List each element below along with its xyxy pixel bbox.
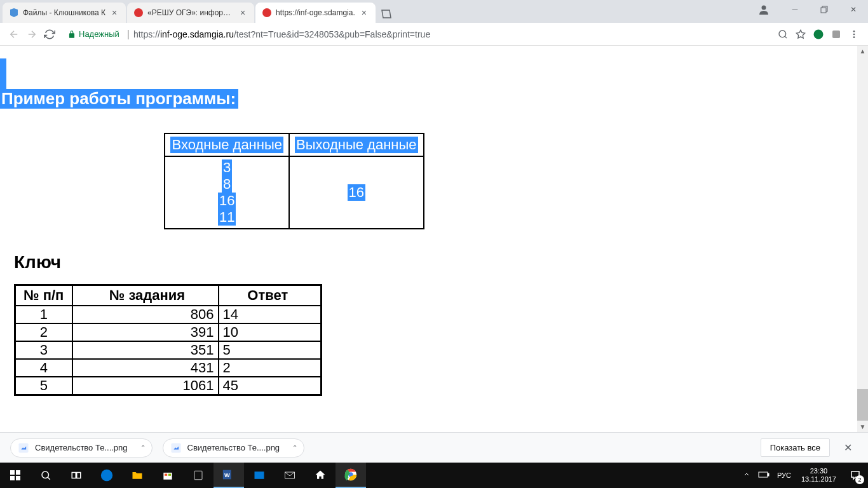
svg-rect-23 bbox=[165, 474, 167, 476]
task-view-button[interactable] bbox=[61, 463, 92, 488]
svg-rect-8 bbox=[832, 30, 840, 38]
table-row: 2 391 10 bbox=[15, 323, 322, 341]
svg-marker-6 bbox=[796, 30, 804, 38]
scrollbar-track[interactable] bbox=[857, 46, 868, 432]
svg-point-18 bbox=[42, 471, 49, 478]
maximize-button[interactable] bbox=[810, 0, 839, 19]
url-bar[interactable]: Надежный | https://inf-oge.sdamgia.ru/te… bbox=[64, 25, 769, 43]
svg-point-1 bbox=[262, 8, 271, 17]
tab-close-button[interactable]: × bbox=[359, 8, 369, 18]
scrollbar-thumb[interactable] bbox=[857, 389, 868, 421]
svg-point-10 bbox=[853, 33, 855, 35]
example-input-cell: 3 8 16 11 bbox=[165, 156, 289, 229]
menu-button[interactable] bbox=[845, 25, 863, 43]
svg-point-9 bbox=[853, 30, 855, 32]
svg-rect-4 bbox=[821, 8, 826, 13]
favicon-icon bbox=[133, 8, 144, 18]
page-viewport: Пример работы программы: Входные данные … bbox=[0, 46, 868, 432]
svg-text:W: W bbox=[224, 472, 230, 478]
extension-icon[interactable] bbox=[810, 25, 827, 43]
image-file-icon bbox=[170, 442, 182, 454]
word-taskbar-icon[interactable]: W bbox=[214, 463, 244, 488]
svg-point-0 bbox=[134, 8, 143, 17]
home-taskbar-icon[interactable] bbox=[305, 463, 336, 488]
app-taskbar-icon[interactable] bbox=[244, 463, 275, 488]
download-filename: Свидетельство Те....png bbox=[187, 443, 280, 452]
chevron-up-icon[interactable]: ⌃ bbox=[140, 444, 146, 451]
show-all-downloads-button[interactable]: Показать все bbox=[761, 438, 830, 457]
close-window-button[interactable]: ✕ bbox=[839, 0, 868, 19]
col-header-task: № задания bbox=[72, 285, 219, 306]
key-heading: Ключ bbox=[14, 252, 868, 273]
forward-button[interactable] bbox=[23, 25, 41, 43]
url-actions bbox=[774, 25, 863, 43]
svg-rect-15 bbox=[16, 470, 20, 475]
secure-badge[interactable]: Надежный bbox=[67, 29, 119, 39]
scroll-up-button[interactable]: ▲ bbox=[857, 46, 868, 57]
example-table: Входные данные Выходные данные 3 8 16 11… bbox=[164, 133, 424, 229]
reload-button[interactable] bbox=[41, 25, 58, 43]
app-taskbar-icon[interactable] bbox=[183, 463, 214, 488]
table-row: 5 1061 45 bbox=[15, 377, 322, 395]
example-header-output: Выходные данные bbox=[289, 133, 424, 156]
favicon-icon bbox=[262, 8, 272, 18]
tab-close-button[interactable]: × bbox=[109, 8, 119, 18]
download-item[interactable]: Свидетельство Те....png ⌃ bbox=[163, 438, 305, 458]
svg-rect-14 bbox=[10, 470, 15, 475]
tab-title: https://inf-oge.sdamgia. bbox=[276, 8, 355, 17]
table-row: 3 351 5 bbox=[15, 341, 322, 359]
svg-rect-20 bbox=[77, 473, 81, 478]
browser-tab-3[interactable]: https://inf-oge.sdamgia. × bbox=[255, 3, 376, 23]
lock-icon bbox=[67, 30, 76, 39]
windows-taskbar: W РУС 23:30 13.11.2017 2 bbox=[0, 463, 868, 488]
window-controls: ─ ✕ bbox=[754, 0, 868, 19]
close-downloads-shelf-button[interactable]: ✕ bbox=[837, 438, 858, 458]
download-item[interactable]: Свидетельство Те....png ⌃ bbox=[10, 438, 153, 458]
svg-rect-16 bbox=[10, 476, 15, 480]
svg-rect-32 bbox=[768, 473, 769, 476]
mail-taskbar-icon[interactable] bbox=[275, 463, 305, 488]
star-bookmark-icon[interactable] bbox=[792, 25, 810, 43]
browser-tab-1[interactable]: Файлы - Клюшникова К × bbox=[3, 3, 126, 23]
example-header-input: Входные данные bbox=[165, 133, 289, 156]
notifications-button[interactable]: 2 bbox=[843, 463, 868, 488]
table-header-row: № п/п № задания Ответ bbox=[15, 285, 322, 306]
back-button[interactable] bbox=[5, 25, 23, 43]
url-text: https://inf-oge.sdamgia.ru/test?nt=True&… bbox=[133, 29, 430, 39]
tab-title: Файлы - Клюшникова К bbox=[23, 8, 105, 17]
download-filename: Свидетельство Те....png bbox=[35, 443, 128, 452]
image-file-icon bbox=[17, 442, 30, 454]
svg-rect-19 bbox=[72, 473, 76, 478]
start-button[interactable] bbox=[0, 463, 31, 488]
scroll-down-button[interactable]: ▼ bbox=[857, 421, 868, 432]
tab-close-button[interactable]: × bbox=[238, 8, 248, 18]
file-explorer-taskbar-icon[interactable] bbox=[122, 463, 153, 488]
svg-rect-28 bbox=[255, 471, 264, 479]
svg-point-5 bbox=[779, 30, 786, 37]
language-indicator[interactable]: РУС bbox=[773, 471, 795, 479]
chrome-taskbar-icon[interactable] bbox=[336, 463, 366, 488]
store-taskbar-icon[interactable] bbox=[153, 463, 183, 488]
edge-taskbar-icon[interactable] bbox=[92, 463, 122, 488]
key-table: № п/п № задания Ответ 1 806 14 2 391 10 … bbox=[14, 284, 322, 396]
secure-label: Надежный bbox=[79, 29, 119, 39]
search-button[interactable] bbox=[31, 463, 61, 488]
browser-tab-2[interactable]: «РЕШУ ОГЭ»: информат × bbox=[127, 3, 254, 23]
battery-icon[interactable] bbox=[754, 471, 773, 480]
example-heading: Пример работы программы: bbox=[0, 89, 238, 109]
extension-icon-2[interactable] bbox=[827, 25, 845, 43]
chevron-up-icon[interactable]: ⌃ bbox=[292, 444, 297, 451]
tray-chevron-icon[interactable] bbox=[739, 471, 754, 480]
zoom-icon[interactable] bbox=[774, 25, 792, 43]
svg-point-21 bbox=[101, 470, 112, 481]
new-tab-button[interactable] bbox=[377, 5, 395, 23]
svg-rect-25 bbox=[194, 471, 202, 480]
svg-point-7 bbox=[814, 29, 824, 39]
profile-avatar-icon[interactable] bbox=[754, 0, 774, 20]
svg-rect-17 bbox=[16, 476, 20, 480]
tab-title: «РЕШУ ОГЭ»: информат bbox=[147, 8, 234, 17]
browser-tabs-bar: Файлы - Клюшникова К × «РЕШУ ОГЭ»: инфор… bbox=[0, 0, 868, 23]
date-text: 13.11.2017 bbox=[801, 475, 836, 484]
clock[interactable]: 23:30 13.11.2017 bbox=[795, 467, 843, 484]
minimize-button[interactable]: ─ bbox=[780, 0, 810, 19]
